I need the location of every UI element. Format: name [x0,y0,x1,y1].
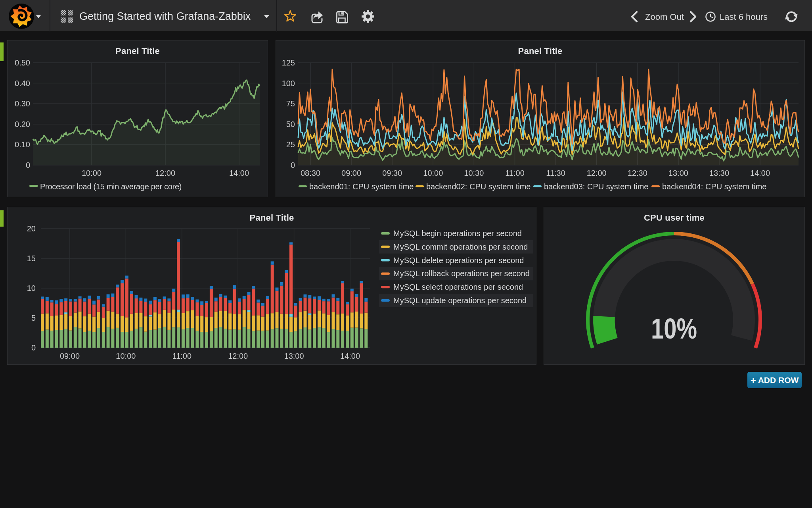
svg-text:10:30: 10:30 [464,169,484,177]
svg-text:13:30: 13:30 [709,169,729,177]
svg-text:5: 5 [31,314,36,322]
svg-text:100: 100 [282,79,295,88]
svg-text:backend04: CPU system time: backend04: CPU system time [662,182,766,191]
svg-text:backend03: CPU system time: backend03: CPU system time [544,182,648,191]
svg-text:Zoom Out: Zoom Out [645,12,684,22]
svg-text:0.50: 0.50 [15,58,30,67]
svg-text:12:30: 12:30 [628,169,647,177]
svg-text:125: 125 [282,58,295,67]
svg-text:09:00: 09:00 [341,169,361,177]
svg-text:08:30: 08:30 [301,169,320,177]
svg-text:20: 20 [27,224,36,233]
svg-text:10:00: 10:00 [116,352,136,360]
svg-text:0.40: 0.40 [15,79,30,88]
svg-text:MySQL select operations per se: MySQL select operations per second [393,283,523,291]
svg-text:0.20: 0.20 [15,120,30,129]
svg-text:12:00: 12:00 [587,169,607,177]
svg-text:MySQL delete operations per se: MySQL delete operations per second [393,256,524,265]
svg-text:14:00: 14:00 [229,169,249,177]
svg-text:15: 15 [27,254,36,263]
svg-text:14:00: 14:00 [750,169,770,177]
svg-text:10:00: 10:00 [423,169,443,177]
svg-text:13:00: 13:00 [668,169,688,177]
svg-text:12:00: 12:00 [155,169,175,177]
svg-text:13:00: 13:00 [284,352,304,360]
svg-text:0.10: 0.10 [15,140,30,149]
svg-text:09:30: 09:30 [382,169,402,177]
svg-text:10%: 10% [651,312,697,344]
svg-text:11:00: 11:00 [505,169,525,177]
svg-text:10:00: 10:00 [82,169,102,177]
svg-text:11:30: 11:30 [546,169,565,177]
svg-text:MySQL update operations per se: MySQL update operations per second [393,296,527,305]
svg-text:09:00: 09:00 [60,352,80,360]
svg-text:0: 0 [26,161,30,169]
svg-text:25: 25 [286,140,295,149]
svg-text:MySQL commit operations per se: MySQL commit operations per second [393,242,528,251]
svg-text:0: 0 [291,161,295,169]
svg-text:MySQL begin operations per sec: MySQL begin operations per second [393,229,522,238]
svg-text:Last 6 hours: Last 6 hours [720,12,768,22]
svg-text:Getting Started with Grafana-Z: Getting Started with Grafana-Zabbix [79,10,251,22]
svg-text:backend02: CPU system time: backend02: CPU system time [426,182,530,191]
svg-text:50: 50 [286,120,295,129]
svg-text:11:00: 11:00 [172,352,192,360]
svg-text:12:00: 12:00 [228,352,248,360]
svg-text:backend01: CPU system time: backend01: CPU system time [309,182,414,191]
svg-text:75: 75 [286,99,295,108]
svg-text:Processor load (15 min average: Processor load (15 min average per core) [40,182,182,191]
svg-text:0: 0 [31,343,36,352]
svg-text:MySQL rollback operations per: MySQL rollback operations per second [393,269,530,278]
svg-text:10: 10 [27,284,36,292]
svg-text:0.30: 0.30 [15,99,30,108]
svg-text:14:00: 14:00 [340,352,360,360]
